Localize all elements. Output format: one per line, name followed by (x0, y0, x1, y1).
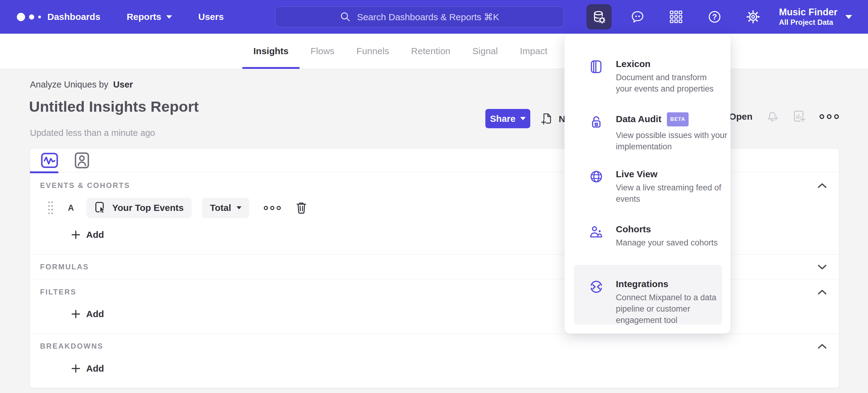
integrations-sync-icon (588, 279, 604, 295)
menu-item-title: Lexicon (616, 58, 721, 70)
event-row-letter: A (67, 203, 75, 213)
menu-item-integrations[interactable]: Integrations Connect Mixpanel to a data … (574, 265, 722, 326)
event-more-button[interactable] (264, 205, 281, 211)
add-breakdown-button[interactable]: Add (71, 361, 104, 376)
gear-icon (746, 9, 761, 24)
menu-item-cohorts[interactable]: Cohorts Manage your saved cohorts (564, 223, 731, 249)
nav-item-dashboards[interactable]: Dashboards (48, 11, 100, 22)
chevron-down-icon (166, 15, 172, 19)
project-name: Music Finder (779, 7, 837, 18)
three-dots-icon (819, 113, 839, 120)
delete-event-button[interactable] (294, 201, 308, 215)
feedback-button[interactable] (625, 4, 650, 29)
open-label: Open (729, 111, 752, 122)
menu-item-desc: Manage your saved cohorts (616, 237, 721, 249)
tab-profiles-view[interactable] (74, 152, 90, 169)
report-title[interactable]: Untitled Insights Report (29, 98, 199, 115)
trash-icon (294, 201, 308, 215)
drag-handle-icon[interactable] (48, 199, 54, 216)
add-label: Add (86, 309, 104, 319)
share-label: Share (490, 114, 515, 124)
tab-signal[interactable]: Signal (462, 34, 509, 69)
settings-button[interactable] (741, 4, 766, 29)
menu-item-lexicon[interactable]: Lexicon Document and transform your even… (564, 58, 731, 94)
event-selector[interactable]: Your Top Events (87, 198, 192, 218)
menu-item-live-view[interactable]: Live View View a live streaming feed of … (564, 168, 731, 205)
nav-item-label: Users (198, 11, 224, 22)
grid-icon (669, 10, 683, 24)
more-actions-button[interactable] (819, 113, 839, 120)
search-input[interactable]: Search Dashboards & Reports ⌘K (275, 6, 564, 27)
beta-badge: BETA (667, 112, 689, 127)
tab-flows[interactable]: Flows (300, 34, 345, 69)
menu-item-data-audit[interactable]: Data AuditBETA View possible issues with… (564, 113, 731, 152)
plus-icon (71, 309, 81, 319)
search-icon (340, 11, 351, 22)
active-tab-underline (30, 171, 58, 173)
chat-bubble-icon (630, 10, 645, 24)
chevron-up-icon (816, 288, 828, 296)
analyze-prefix: Analyze Uniques by (30, 80, 108, 89)
plus-icon (71, 363, 81, 374)
logo-dot-icon (29, 15, 34, 20)
plus-icon (71, 229, 81, 240)
add-label: Add (86, 229, 104, 240)
add-filter-button[interactable]: Add (71, 306, 104, 322)
event-name: Your Top Events (112, 203, 184, 213)
add-event-button[interactable]: Add (71, 227, 104, 243)
collapse-events-button[interactable] (816, 182, 828, 189)
expand-formulas-button[interactable] (816, 263, 828, 271)
create-alert-button[interactable] (765, 110, 779, 124)
tab-insights[interactable]: Insights (242, 34, 300, 69)
nav-item-label: Dashboards (48, 11, 100, 22)
chevron-up-icon (816, 182, 828, 189)
tab-funnels[interactable]: Funnels (345, 34, 400, 69)
chevron-down-icon (520, 117, 526, 120)
nav-item-reports[interactable]: Reports (127, 11, 172, 22)
project-scope: All Project Data (779, 18, 837, 27)
add-to-board-button[interactable] (792, 110, 806, 124)
nav-item-users[interactable]: Users (198, 11, 224, 22)
svg-text:?: ? (712, 12, 717, 22)
event-row: A Your Top Events Total (48, 198, 308, 218)
database-gear-icon (592, 9, 607, 24)
logo-dot-icon (17, 13, 25, 21)
menu-item-title: Integrations (616, 278, 722, 290)
chevron-down-icon (237, 206, 242, 209)
mixpanel-logo[interactable] (17, 0, 41, 34)
help-button[interactable]: ? (702, 4, 727, 29)
three-dots-icon (264, 205, 281, 211)
metric-value: Total (210, 203, 231, 213)
menu-item-desc: View possible issues with your implement… (616, 130, 731, 152)
collapse-filters-button[interactable] (816, 288, 828, 296)
tab-retention[interactable]: Retention (400, 34, 461, 69)
updated-timestamp: Updated less than a minute ago (30, 128, 155, 138)
add-label: Add (86, 363, 104, 374)
lexicon-book-icon (588, 59, 604, 75)
section-label: BREAKDOWNS (40, 342, 103, 350)
top-nav: Dashboards Reports Users Search Dashboar… (0, 0, 868, 34)
profile-card-icon (74, 152, 90, 169)
metric-selector[interactable]: Total (202, 198, 249, 218)
section-divider (30, 334, 839, 334)
search-placeholder: Search Dashboards & Reports ⌘K (357, 11, 499, 22)
event-cursor-icon (94, 201, 107, 215)
apps-grid-button[interactable] (663, 4, 689, 29)
new-document-icon (540, 112, 554, 125)
tab-impact[interactable]: Impact (509, 34, 558, 69)
share-button[interactable]: Share (485, 109, 530, 128)
tab-events-view[interactable] (40, 152, 59, 169)
nav-items: Dashboards Reports Users (48, 0, 224, 34)
menu-item-title: Live View (616, 168, 731, 180)
section-label: EVENTS & COHORTS (40, 181, 130, 190)
analyze-summary: Analyze Uniques byUser (30, 80, 133, 90)
section-label: FILTERS (40, 288, 76, 296)
data-management-button[interactable] (587, 4, 612, 29)
project-selector[interactable]: Music Finder All Project Data (779, 7, 852, 27)
bell-plus-icon (765, 110, 779, 124)
board-chart-plus-icon (792, 110, 806, 124)
collapse-breakdowns-button[interactable] (816, 342, 828, 350)
analyze-entity: User (113, 80, 133, 89)
logo-dot-icon (38, 16, 41, 18)
menu-item-desc: Document and transform your events and p… (616, 72, 721, 94)
